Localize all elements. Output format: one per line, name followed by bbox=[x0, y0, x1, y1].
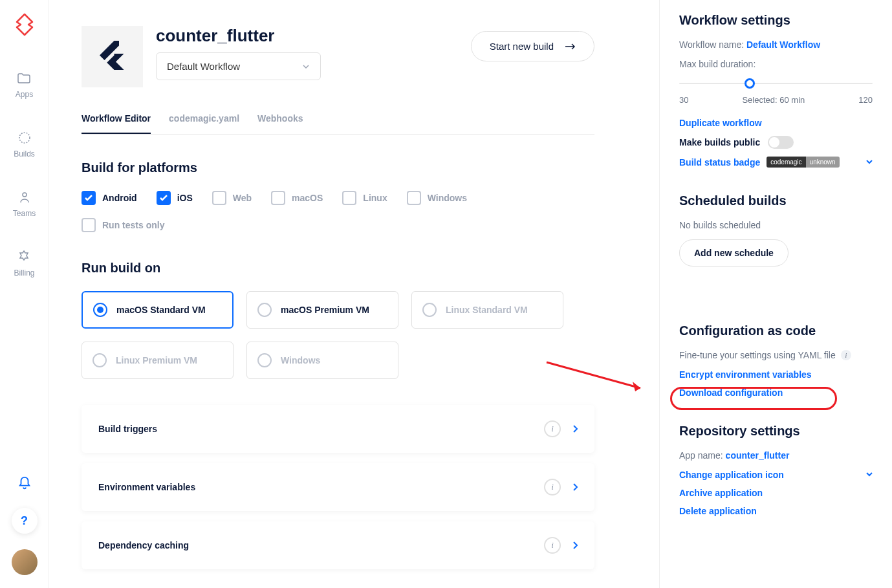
workflow-name-link[interactable]: Default Workflow bbox=[746, 39, 820, 50]
config-desc: Fine-tune your settings using YAML file … bbox=[679, 350, 873, 360]
nav-teams-label: Teams bbox=[13, 209, 36, 218]
platform-linux[interactable]: Linux bbox=[342, 191, 387, 205]
status-badge: codemagic unknown bbox=[767, 157, 839, 168]
platform-macos[interactable]: macOS bbox=[271, 191, 323, 205]
nav-builds-label: Builds bbox=[14, 149, 35, 158]
download-config-link[interactable]: Download configuration bbox=[679, 387, 873, 398]
run-tests-only[interactable]: Run tests only bbox=[82, 218, 164, 232]
workflow-name-row: Workflow name: Default Workflow bbox=[679, 39, 873, 50]
check-icon bbox=[159, 193, 168, 202]
platforms-heading: Build for platforms bbox=[82, 160, 594, 175]
archive-app-link[interactable]: Archive application bbox=[679, 488, 873, 498]
nav-teams[interactable]: Teams bbox=[13, 190, 36, 218]
settings-panel: Workflow settings Workflow name: Default… bbox=[659, 0, 892, 588]
slider-labels: 30 Selected: 60 min 120 bbox=[679, 95, 873, 105]
app-icon bbox=[82, 26, 143, 87]
info-icon[interactable]: i bbox=[841, 350, 851, 360]
builds-icon bbox=[17, 130, 32, 146]
info-icon[interactable]: i bbox=[544, 479, 561, 495]
section-build-triggers[interactable]: Build triggers i bbox=[82, 405, 594, 453]
vm-linux-premium[interactable]: Linux Premium VM bbox=[82, 342, 234, 379]
build-badge-link[interactable]: Build status badge bbox=[679, 157, 760, 168]
delete-app-link[interactable]: Delete application bbox=[679, 506, 873, 516]
app-name-row: App name: counter_flutter bbox=[679, 450, 873, 461]
info-icon[interactable]: i bbox=[544, 537, 561, 554]
app-name-link[interactable]: counter_flutter bbox=[726, 450, 790, 461]
slider-handle[interactable] bbox=[745, 78, 755, 89]
main-content: counter_flutter Default Workflow Start n… bbox=[49, 0, 659, 588]
info-icon[interactable]: i bbox=[544, 420, 561, 437]
chevron-right-icon bbox=[572, 541, 578, 549]
workflow-settings-heading: Workflow settings bbox=[679, 13, 873, 28]
sidebar: Apps Builds Teams Billing ? bbox=[0, 0, 49, 588]
duration-slider[interactable] bbox=[679, 78, 873, 89]
add-schedule-button[interactable]: Add new schedule bbox=[679, 239, 789, 267]
platforms-list: Android iOS Web macOS Linux Windows bbox=[82, 191, 594, 205]
svg-point-1 bbox=[23, 193, 27, 197]
chevron-right-icon bbox=[572, 425, 578, 433]
change-icon-link[interactable]: Change application icon bbox=[679, 470, 784, 480]
start-build-label: Start new build bbox=[490, 41, 554, 52]
billing-icon bbox=[16, 249, 32, 265]
nav-billing-label: Billing bbox=[14, 268, 34, 278]
svg-point-0 bbox=[19, 133, 30, 143]
vm-linux-standard[interactable]: Linux Standard VM bbox=[411, 291, 563, 329]
logo[interactable] bbox=[13, 13, 36, 38]
user-avatar[interactable] bbox=[12, 549, 38, 575]
encrypt-vars-link[interactable]: Encrypt environment variables bbox=[679, 369, 873, 380]
workflow-select[interactable]: Default Workflow bbox=[156, 52, 321, 80]
chevron-down-icon bbox=[302, 63, 310, 71]
section-dep-caching[interactable]: Dependency caching i bbox=[82, 521, 594, 569]
nav-apps[interactable]: Apps bbox=[16, 71, 33, 99]
public-label: Make builds public bbox=[679, 137, 760, 147]
max-duration-label: Max build duration: bbox=[679, 59, 873, 69]
vm-options: macOS Standard VM macOS Premium VM Linux… bbox=[82, 291, 594, 379]
nav-billing[interactable]: Billing bbox=[14, 249, 34, 278]
section-env-vars[interactable]: Environment variables i bbox=[82, 463, 594, 511]
vm-windows[interactable]: Windows bbox=[246, 342, 398, 379]
check-icon bbox=[84, 193, 93, 202]
bell-icon bbox=[17, 476, 32, 490]
workflow-select-value: Default Workflow bbox=[167, 61, 240, 72]
chevron-down-icon[interactable] bbox=[866, 472, 873, 477]
tab-workflow-editor[interactable]: Workflow Editor bbox=[82, 113, 151, 134]
config-as-code-heading: Configuration as code bbox=[679, 323, 873, 338]
teams-icon bbox=[17, 190, 32, 205]
vm-macos-premium[interactable]: macOS Premium VM bbox=[246, 291, 398, 329]
tab-webhooks[interactable]: Webhooks bbox=[257, 113, 303, 134]
platform-web[interactable]: Web bbox=[212, 191, 252, 205]
duplicate-workflow-link[interactable]: Duplicate workflow bbox=[679, 118, 873, 128]
tab-codemagic-yaml[interactable]: codemagic.yaml bbox=[169, 113, 239, 134]
codemagic-logo-icon bbox=[13, 13, 36, 36]
run-on-heading: Run build on bbox=[82, 261, 594, 276]
scheduled-builds-heading: Scheduled builds bbox=[679, 193, 873, 208]
vm-macos-standard[interactable]: macOS Standard VM bbox=[82, 291, 234, 329]
chevron-right-icon bbox=[572, 483, 578, 491]
platform-android[interactable]: Android bbox=[82, 191, 137, 205]
notifications-button[interactable] bbox=[17, 476, 32, 492]
tabs: Workflow Editor codemagic.yaml Webhooks bbox=[82, 113, 594, 135]
platform-ios[interactable]: iOS bbox=[157, 191, 193, 205]
platform-windows[interactable]: Windows bbox=[407, 191, 467, 205]
chevron-down-icon[interactable] bbox=[866, 160, 873, 165]
nav-builds[interactable]: Builds bbox=[14, 130, 35, 158]
app-title: counter_flutter bbox=[156, 26, 458, 46]
repo-settings-heading: Repository settings bbox=[679, 424, 873, 439]
start-build-button[interactable]: Start new build bbox=[471, 31, 594, 61]
arrow-right-icon bbox=[565, 43, 576, 50]
nav-apps-label: Apps bbox=[16, 90, 33, 99]
public-toggle[interactable] bbox=[768, 136, 794, 149]
no-builds-text: No builds scheduled bbox=[679, 220, 873, 230]
help-button[interactable]: ? bbox=[12, 508, 38, 534]
flutter-icon bbox=[93, 38, 132, 76]
folder-icon bbox=[16, 71, 32, 86]
